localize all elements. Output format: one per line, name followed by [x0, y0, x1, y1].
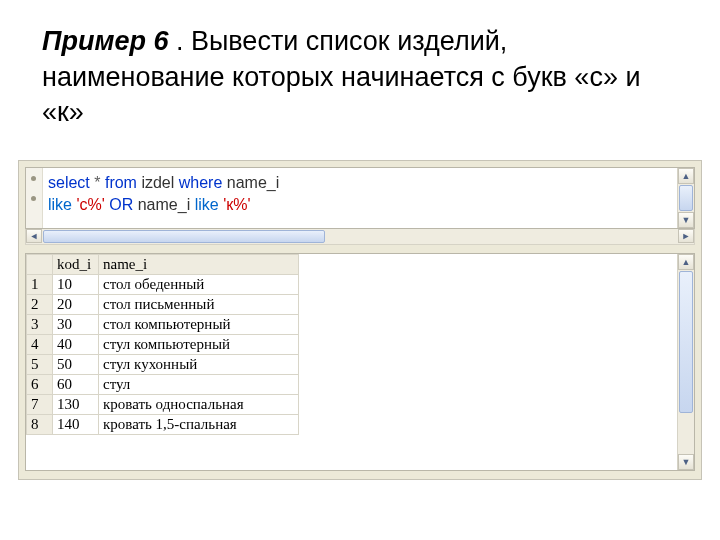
table-row[interactable]: 330стол компьютерный: [27, 315, 299, 335]
row-number-cell: 3: [27, 315, 53, 335]
row-number-cell: 8: [27, 415, 53, 435]
cell-kod[interactable]: 60: [53, 375, 99, 395]
cell-kod[interactable]: 50: [53, 355, 99, 375]
string-literal: 'к%': [223, 196, 250, 213]
sql-line: select * from izdel where name_i: [48, 172, 279, 194]
scroll-up-icon[interactable]: ▲: [678, 168, 694, 184]
cell-name[interactable]: стул: [99, 375, 299, 395]
scroll-right-icon[interactable]: ►: [678, 229, 694, 243]
row-number-cell: 1: [27, 275, 53, 295]
scrollbar-thumb[interactable]: [43, 230, 325, 243]
keyword-where: where: [179, 174, 223, 191]
cell-kod[interactable]: 10: [53, 275, 99, 295]
scrollbar-thumb[interactable]: [679, 271, 693, 413]
cell-kod[interactable]: 20: [53, 295, 99, 315]
string-literal: 'с%': [76, 196, 104, 213]
table-row[interactable]: 440стул компьютерный: [27, 335, 299, 355]
scroll-up-icon[interactable]: ▲: [678, 254, 694, 270]
sql-text[interactable]: select * from izdel where name_i like 'с…: [48, 172, 279, 216]
cell-name[interactable]: стол письменный: [99, 295, 299, 315]
cell-kod[interactable]: 130: [53, 395, 99, 415]
scroll-down-icon[interactable]: ▼: [678, 212, 694, 228]
column-header-kod[interactable]: kod_i: [53, 255, 99, 275]
scrollbar-thumb[interactable]: [679, 185, 693, 211]
ident-column: name_i: [138, 196, 190, 213]
keyword-like: like: [48, 196, 72, 213]
db-client-window: select * from izdel where name_i like 'с…: [18, 160, 702, 480]
cell-name[interactable]: стол компьютерный: [99, 315, 299, 335]
cell-kod[interactable]: 30: [53, 315, 99, 335]
table-row[interactable]: 550стул кухонный: [27, 355, 299, 375]
row-number-cell: 4: [27, 335, 53, 355]
table-row[interactable]: 660стул: [27, 375, 299, 395]
sql-gutter: [26, 168, 43, 228]
heading-label: Пример 6: [42, 26, 168, 56]
row-header-blank: [27, 255, 53, 275]
scroll-down-icon[interactable]: ▼: [678, 454, 694, 470]
scroll-left-icon[interactable]: ◄: [26, 229, 42, 243]
keyword-or: OR: [109, 196, 133, 213]
row-number-cell: 2: [27, 295, 53, 315]
result-grid: kod_i name_i 110стол обеденный220стол пи…: [25, 253, 695, 471]
keyword-like: like: [195, 196, 219, 213]
table-header-row: kod_i name_i: [27, 255, 299, 275]
cell-kod[interactable]: 140: [53, 415, 99, 435]
row-number-cell: 7: [27, 395, 53, 415]
column-header-name[interactable]: name_i: [99, 255, 299, 275]
cell-name[interactable]: стол обеденный: [99, 275, 299, 295]
table-row[interactable]: 8140кровать 1,5-спальная: [27, 415, 299, 435]
cell-kod[interactable]: 40: [53, 335, 99, 355]
table-row[interactable]: 110стол обеденный: [27, 275, 299, 295]
table-row[interactable]: 220стол письменный: [27, 295, 299, 315]
cell-name[interactable]: стул кухонный: [99, 355, 299, 375]
example-heading: Пример 6 . Вывести список изделий, наиме…: [42, 24, 642, 131]
sql-line: like 'с%' OR name_i like 'к%': [48, 194, 279, 216]
table-row[interactable]: 7130кровать односпальная: [27, 395, 299, 415]
sql-vertical-scrollbar[interactable]: ▲ ▼: [677, 168, 694, 228]
row-number-cell: 6: [27, 375, 53, 395]
row-number-cell: 5: [27, 355, 53, 375]
ident-column: name_i: [227, 174, 279, 191]
cell-name[interactable]: кровать односпальная: [99, 395, 299, 415]
sql-horizontal-scrollbar[interactable]: ◄ ►: [25, 229, 695, 245]
gutter-marker-icon: [31, 196, 36, 201]
keyword-select: select: [48, 174, 90, 191]
keyword-from: from: [105, 174, 137, 191]
cell-name[interactable]: стул компьютерный: [99, 335, 299, 355]
result-table[interactable]: kod_i name_i 110стол обеденный220стол пи…: [26, 254, 299, 435]
sql-editor[interactable]: select * from izdel where name_i like 'с…: [25, 167, 695, 229]
cell-name[interactable]: кровать 1,5-спальная: [99, 415, 299, 435]
ident-table: izdel: [141, 174, 174, 191]
grid-vertical-scrollbar[interactable]: ▲ ▼: [677, 254, 694, 470]
gutter-marker-icon: [31, 176, 36, 181]
operator-star: *: [94, 174, 100, 191]
